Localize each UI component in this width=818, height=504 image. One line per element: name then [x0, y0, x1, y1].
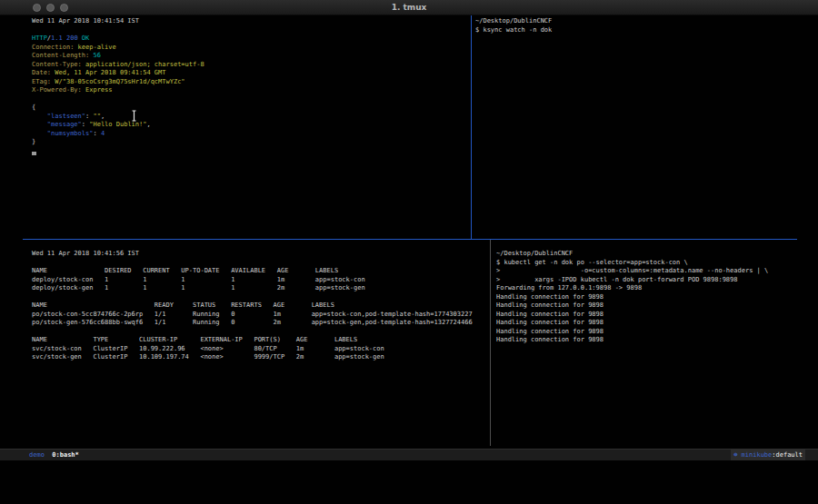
- terminal-line: Date: Wed, 11 Apr 2018 09:41:54 GMT: [32, 69, 204, 78]
- terminal-line: "numsymbols": 4: [32, 130, 204, 139]
- pane-divider-horizontal[interactable]: [23, 239, 797, 240]
- terminal-line: NAME READY STATUS RESTARTS AGE LABELS: [32, 301, 473, 311]
- terminal-line: }: [32, 138, 204, 147]
- terminal-line: Handling connection for 9898: [496, 301, 768, 311]
- terminal-line: Content-Type: application/json; charset=…: [32, 61, 204, 70]
- terminal-line: NAME DESIRED CURRENT UP-TO-DATE AVAILABL…: [32, 267, 473, 276]
- pane-port-forward[interactable]: ~/Desktop/DublinCNCF$ kubectl get -n dok…: [496, 250, 768, 345]
- pane-kubectl-resources[interactable]: Wed 11 Apr 2018 10:41:56 IST NAME DESIRE…: [32, 250, 473, 362]
- terminal-line: {: [32, 104, 204, 113]
- terminal-line: [32, 259, 473, 268]
- terminal-line: > -o=custom-columns=:metadata.name --no-…: [496, 267, 768, 276]
- terminal-line: $ ksync watch -n dok: [475, 26, 552, 35]
- tmux-session-window-tab[interactable]: demo 0:bash*: [29, 450, 79, 460]
- terminal-line: Handling connection for 9898: [496, 311, 768, 320]
- terminal-line: X-Powered-By: Express: [32, 86, 204, 95]
- pane-ksync-watch[interactable]: ~/Desktop/DublinCNCF$ ksync watch -n dok: [475, 17, 552, 35]
- terminal-line: deploy/stock-gen 1 1 1 1 2m app=stock-ge…: [32, 284, 473, 293]
- terminal-block-cursor: [32, 152, 36, 155]
- terminal-line: ETag: W/"38-05coCsrg3mQ75sHr1d/qcMTwYZc": [32, 78, 204, 87]
- terminal-line: $ kubectl get -n dok po --selector=app=s…: [496, 259, 768, 268]
- terminal-line: Content-Length: 56: [32, 52, 204, 61]
- terminal-line: "lastseen": "",: [32, 113, 204, 122]
- pane-divider-vertical-bottom[interactable]: [490, 240, 491, 446]
- terminal-line: ~/Desktop/DublinCNCF: [496, 250, 768, 259]
- terminal-line: [32, 328, 473, 337]
- tmux-status-kube-context: ☸ minikube:default: [731, 450, 805, 460]
- terminal-line: svc/stock-con ClusterIP 10.99.222.96 <no…: [32, 345, 473, 354]
- terminal-line: NAME TYPE CLUSTER-IP EXTERNAL-IP PORT(S)…: [32, 336, 473, 345]
- terminal-line: deploy/stock-con 1 1 1 1 1m app=stock-co…: [32, 276, 473, 285]
- terminal-line: Handling connection for 9898: [496, 293, 768, 302]
- terminal-line: Handling connection for 9898: [496, 328, 768, 337]
- terminal-line: Forwarding from 127.0.0.1:9898 -> 9898: [496, 284, 768, 293]
- terminal-line: [32, 95, 204, 104]
- terminal-line: Wed 11 Apr 2018 10:41:54 IST: [32, 17, 204, 26]
- tmux-status-bar: demo 0:bash* ☸ minikube:default: [0, 449, 818, 460]
- terminal-line: > xargs -IPOD kubectl -n dok port-forwar…: [496, 276, 768, 285]
- window-titlebar[interactable]: 1. tmux: [0, 0, 818, 15]
- pane-divider-vertical-top[interactable]: [471, 15, 472, 239]
- terminal-line: [32, 26, 204, 35]
- terminal-line: po/stock-con-5cc874766c-2p6rp 1/1 Runnin…: [32, 311, 473, 320]
- terminal-line: HTTP/1.1 200 OK: [32, 35, 204, 44]
- terminal-line: Connection: keep-alive: [32, 44, 204, 53]
- terminal-line: Wed 11 Apr 2018 10:41:56 IST: [32, 250, 473, 259]
- terminal-line: [32, 293, 473, 302]
- terminal-line: ~/Desktop/DublinCNCF: [475, 17, 552, 26]
- window-title: 1. tmux: [0, 3, 818, 12]
- terminal-line: po/stock-gen-576cc688bb-swqf6 1/1 Runnin…: [32, 319, 473, 328]
- terminal-line: Handling connection for 9898: [496, 336, 768, 345]
- terminal-line: "message": "Hello Dublin!",: [32, 121, 204, 130]
- pane-http-response[interactable]: Wed 11 Apr 2018 10:41:54 IST HTTP/1.1 20…: [32, 17, 204, 147]
- terminal-line: svc/stock-gen ClusterIP 10.109.197.74 <n…: [32, 353, 473, 362]
- mouse-ibeam-cursor-icon: [130, 108, 138, 125]
- terminal-line: Handling connection for 9898: [496, 319, 768, 328]
